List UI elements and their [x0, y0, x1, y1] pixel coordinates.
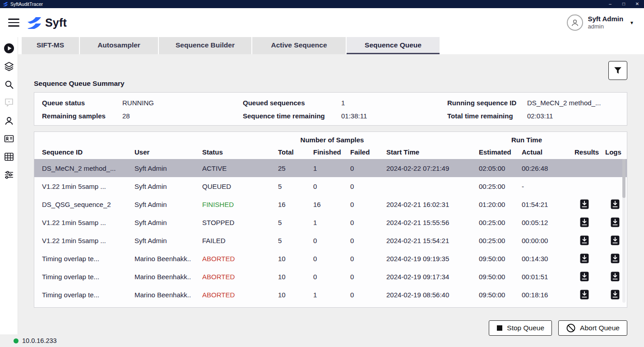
sequence-queue-table: Number of Samples Run Time Sequence ID U…	[34, 131, 627, 308]
cell-status: FAILED	[202, 237, 278, 244]
table-row[interactable]: V1.22 1min 5samp ... Syft Admin FAILED 5…	[34, 231, 627, 249]
cell-total: 5	[278, 219, 313, 226]
logs-download-button[interactable]	[611, 235, 620, 245]
table-icon	[4, 151, 14, 162]
minimize-icon[interactable]: –	[603, 0, 617, 8]
cell-finished: 0	[313, 273, 350, 281]
syft-logo-icon	[27, 16, 42, 29]
logs-download-button[interactable]	[611, 199, 620, 209]
table-row[interactable]: Timing overlap te... Marino Beenhakk.. A…	[34, 286, 627, 304]
results-download-button[interactable]	[580, 290, 589, 300]
table-scrollbar[interactable]	[622, 159, 625, 303]
filter-button[interactable]	[608, 61, 627, 80]
col-sequence-id: Sequence ID	[42, 148, 134, 156]
window-title: SyftAuditTracer	[10, 1, 603, 7]
cell-failed: 0	[350, 273, 386, 281]
cell-sequence-id: V1.22 1min 5samp ...	[42, 219, 134, 226]
results-download-button[interactable]	[580, 235, 589, 245]
cell-start-time: 2024-02-19 09:17:34	[386, 273, 479, 281]
prohibit-icon	[566, 323, 576, 333]
sidebar-item-help[interactable]	[4, 97, 14, 108]
cell-start-time: 2024-02-21 15:54:21	[386, 237, 479, 244]
col-start-time: Start Time	[386, 148, 479, 156]
tab-active-sequence[interactable]: Active Sequence	[252, 37, 346, 54]
table-row[interactable]: V1.22 1min 5samp ... Syft Admin STOPPED …	[34, 213, 627, 231]
hamburger-menu-icon[interactable]	[8, 19, 19, 27]
table-row[interactable]: Timing overlap te... Marino Beenhakk.. A…	[34, 267, 627, 286]
cell-actual: -	[522, 183, 575, 190]
cell-user: Syft Admin	[134, 237, 202, 244]
sidebar-item-search[interactable]	[4, 79, 14, 90]
sidebar-item-layers[interactable]	[4, 61, 14, 72]
cell-sequence-id: DS_QSG_sequence_2	[42, 201, 134, 208]
user-menu[interactable]: Syft Admin admin ▼	[567, 14, 634, 31]
close-icon[interactable]: ✕	[630, 0, 644, 8]
app-window: SyftAuditTracer – □ ✕ Syft Syft Admin ad…	[0, 0, 644, 347]
table-row[interactable]: DS_MeCN_2 method_... Syft Admin ACTIVE 2…	[34, 159, 627, 177]
cell-start-time: 2024-02-19 08:56:40	[386, 291, 479, 299]
results-download-button[interactable]	[580, 217, 589, 227]
cell-total: 5	[278, 183, 313, 190]
person-icon	[570, 18, 579, 27]
cell-actual: 00:26:48	[522, 164, 575, 172]
abort-queue-button[interactable]: Abort Queue	[558, 320, 627, 336]
cell-status: ABORTED	[202, 255, 278, 263]
table-row[interactable]: DS_QSG_sequence_2 Syft Admin FINISHED 16…	[34, 195, 627, 213]
cell-finished: 0	[313, 255, 350, 263]
user-role: admin	[588, 23, 623, 30]
logs-download-button[interactable]	[611, 290, 620, 300]
cell-user: Syft Admin	[134, 201, 202, 208]
summary-label: Sequence time remaining	[243, 112, 341, 120]
app-icon	[3, 2, 8, 6]
cell-status: STOPPED	[202, 219, 278, 226]
results-download-button[interactable]	[580, 272, 589, 281]
table-group-header: Number of Samples Run Time	[34, 135, 627, 145]
cell-status: ABORTED	[202, 273, 278, 281]
sidebar-item-settings[interactable]	[4, 169, 14, 180]
logs-download-button[interactable]	[611, 253, 620, 263]
cell-estimated: 09:50:00	[479, 255, 522, 263]
tab-sequence-builder[interactable]: Sequence Builder	[159, 37, 251, 54]
layers-icon	[4, 61, 14, 72]
cell-estimated: 00:25:00	[479, 237, 522, 244]
results-download-button[interactable]	[580, 199, 589, 209]
table-row[interactable]: V1.22 1min 5samp ... Syft Admin QUEUED 5…	[34, 177, 627, 195]
ip-address: 10.0.16.233	[22, 337, 57, 344]
sliders-icon	[4, 169, 14, 180]
logs-download-button[interactable]	[611, 217, 620, 227]
tab-sift-ms[interactable]: SIFT-MS	[22, 37, 79, 54]
cell-total: 25	[278, 164, 313, 172]
queue-summary-panel: Queue status RUNNING Queued sequences 1 …	[34, 92, 627, 126]
cell-user: Marino Beenhakk..	[134, 291, 202, 299]
cell-status: ABORTED	[202, 291, 278, 299]
tab-sequence-queue[interactable]: Sequence Queue	[347, 37, 440, 54]
maximize-icon[interactable]: □	[617, 0, 630, 8]
chevron-down-icon[interactable]: ▼	[630, 20, 634, 25]
scrollbar-thumb[interactable]	[622, 159, 625, 198]
syft-logo: Syft	[27, 16, 67, 29]
tab-autosampler[interactable]: Autosampler	[80, 37, 158, 54]
sidebar-item-users[interactable]	[4, 115, 14, 126]
logs-download-button[interactable]	[611, 272, 620, 281]
stop-queue-button[interactable]: Stop Queue	[489, 320, 552, 336]
cell-failed: 0	[350, 237, 386, 244]
cell-total: 5	[278, 237, 313, 244]
play-circle-icon	[4, 43, 14, 54]
sidebar-item-run[interactable]	[4, 43, 14, 54]
sidebar-item-table[interactable]	[4, 151, 14, 162]
table-row[interactable]: Timing overlap te... Marino Beenhakk.. A…	[34, 249, 627, 267]
cell-finished: 16	[313, 201, 350, 208]
cell-actual: 00:18:16	[522, 291, 575, 299]
cell-actual: 01:54:21	[522, 201, 575, 208]
queued-sequences-value: 1	[341, 99, 447, 107]
title-bar: SyftAuditTracer – □ ✕	[0, 0, 644, 8]
col-status: Status	[202, 148, 278, 156]
col-estimated: Estimated	[479, 148, 522, 156]
sidebar-item-id-card[interactable]	[4, 133, 14, 144]
cell-failed: 0	[350, 183, 386, 190]
cell-estimated: 00:25:00	[479, 219, 522, 226]
results-download-button[interactable]	[580, 253, 589, 263]
tab-bar: SIFT-MS Autosampler Sequence Builder Act…	[18, 37, 644, 54]
col-results: Results	[575, 148, 605, 156]
user-name: Syft Admin	[588, 15, 623, 23]
